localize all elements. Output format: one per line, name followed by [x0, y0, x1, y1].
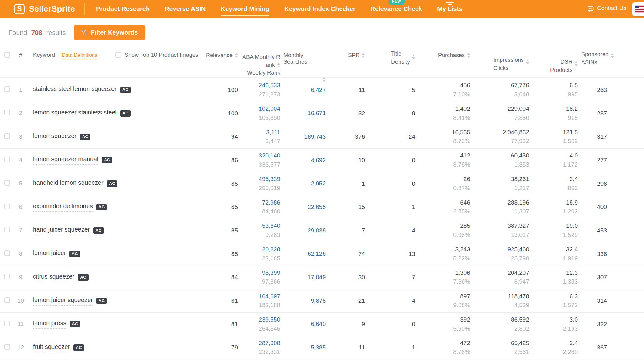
row-checkbox[interactable]: [4, 344, 10, 350]
filter-keywords-button[interactable]: Filter Keywords: [74, 25, 145, 40]
monthly-searches-link[interactable]: 4,692: [311, 156, 326, 165]
row-checkbox[interactable]: [4, 110, 10, 115]
keyword-cell: stainless steel lemon squeezer AC: [28, 85, 203, 94]
monthly-searches-link[interactable]: 189,743: [304, 132, 326, 141]
row-checkbox[interactable]: [4, 250, 10, 256]
aba-monthly-rank-link[interactable]: 95,399: [262, 269, 280, 278]
monthly-searches-link[interactable]: 5,385: [311, 343, 326, 352]
row-checkbox[interactable]: [4, 86, 10, 92]
keyword-link[interactable]: lemon press: [33, 320, 66, 329]
monthly-searches-link[interactable]: 22,655: [308, 203, 326, 212]
sponsored-asins-value: 322: [581, 321, 617, 328]
sort-caret-icon[interactable]: [235, 53, 238, 82]
aba-monthly-rank-link[interactable]: 53,640: [262, 221, 280, 231]
header-relevance[interactable]: Relevance: [203, 47, 241, 82]
aba-monthly-rank-link[interactable]: 495,339: [259, 175, 280, 184]
aba-rank-cell: 102,004 105,690: [241, 104, 283, 122]
nav-item[interactable]: Product Research: [96, 0, 150, 18]
aba-monthly-rank-link[interactable]: 239,550: [259, 315, 280, 324]
monthly-searches-link[interactable]: 17,049: [308, 273, 326, 282]
row-checkbox[interactable]: [4, 321, 10, 326]
select-all-checkbox[interactable]: [4, 52, 10, 58]
keyword-link[interactable]: lemon juicer: [33, 249, 66, 258]
contact-us-link[interactable]: Contact Us: [588, 5, 626, 13]
header-aba-rank[interactable]: ABA Monthly R ank Weekly Rank: [241, 47, 283, 82]
purchases-value: 392: [460, 315, 470, 324]
keyword-link[interactable]: citrus squeezer: [33, 273, 74, 282]
row-checkbox-cell: [0, 180, 14, 187]
sort-caret-icon[interactable]: [611, 53, 614, 82]
keyword-link[interactable]: stainless steel lemon squeezer: [33, 85, 117, 94]
aba-monthly-rank-link[interactable]: 287,308: [259, 339, 280, 348]
keyword-link[interactable]: lemon juicer squeezer: [33, 296, 93, 306]
aba-monthly-rank-link[interactable]: 102,004: [259, 104, 280, 114]
row-number: 11: [14, 321, 28, 327]
monthly-searches-link[interactable]: 62,126: [308, 249, 326, 258]
sort-caret-icon[interactable]: [467, 53, 470, 82]
row-checkbox[interactable]: [4, 157, 10, 162]
contact-us-label: Contact Us: [597, 5, 626, 13]
nav-item[interactable]: Keyword Mining: [221, 0, 269, 18]
show-product-images-toggle: Show Top 10 Product Images: [115, 52, 198, 58]
aba-monthly-rank-link[interactable]: 246,533: [259, 81, 280, 90]
sort-caret-icon[interactable]: [526, 60, 529, 82]
language-selector[interactable]: [632, 2, 644, 16]
header-dsr-products[interactable]: DSR Products: [532, 47, 581, 82]
monthly-searches-link[interactable]: 6,427: [311, 86, 326, 95]
keyword-link[interactable]: lemon squeezer stainless steel: [33, 109, 117, 118]
sort-caret-icon[interactable]: [412, 55, 415, 82]
row-checkbox[interactable]: [4, 297, 10, 303]
row-checkbox[interactable]: [4, 133, 10, 139]
aba-monthly-rank-link[interactable]: 72,986: [262, 198, 280, 207]
aba-weekly-rank-value: 84,460: [262, 207, 280, 216]
purchase-rate-value: 8.76%: [453, 348, 470, 357]
spr-value: 21: [329, 297, 368, 304]
aba-monthly-rank-link[interactable]: 20,228: [262, 245, 280, 254]
keyword-link[interactable]: exprimidor de limones: [33, 203, 93, 212]
purchase-rate-value: 0.98%: [453, 231, 470, 240]
nav-item-label: Keyword Index Checker: [284, 5, 356, 13]
keyword-link[interactable]: fruit squeezer: [33, 343, 70, 352]
keyword-link[interactable]: handheld lemon squeezer: [33, 179, 103, 188]
ac-badge: AC: [73, 344, 84, 351]
nav-item[interactable]: My Lists: [437, 0, 462, 18]
relevance-value: 81: [203, 297, 241, 304]
row-checkbox[interactable]: [4, 274, 10, 279]
monthly-searches-link[interactable]: 16,671: [308, 109, 326, 118]
aba-monthly-rank-link[interactable]: 3,111: [266, 128, 280, 137]
aba-rank-cell: 287,308 232,331: [241, 339, 283, 357]
monthly-searches-link[interactable]: 9,875: [311, 296, 326, 306]
sort-caret-icon[interactable]: [323, 77, 326, 82]
sort-caret-icon[interactable]: [362, 53, 365, 82]
header-purchases[interactable]: Purchases: [418, 47, 473, 82]
aba-monthly-rank-link[interactable]: 164,697: [259, 292, 280, 301]
aba-weekly-rank-value: 271,273: [259, 90, 280, 99]
header-monthly-searches[interactable]: Monthly Searches: [283, 47, 329, 82]
brand-logo[interactable]: S SellerSprite: [14, 4, 75, 14]
monthly-searches-link[interactable]: 29,038: [308, 226, 326, 235]
keyword-link[interactable]: lemon squeezer manual: [33, 156, 98, 165]
ac-badge: AC: [120, 87, 131, 93]
header-spr[interactable]: SPR: [329, 47, 368, 82]
header-impressions-clicks[interactable]: Impressions Clicks: [473, 47, 532, 82]
data-definitions-link[interactable]: Data Definitions: [62, 52, 97, 59]
header-sponsored-asins[interactable]: Sponsored ASINs: [581, 47, 617, 82]
row-checkbox[interactable]: [4, 227, 10, 232]
nav-item[interactable]: NEW Relevance Check: [371, 0, 422, 18]
show-images-checkbox[interactable]: [115, 52, 121, 58]
aba-rank-cell: 164,697 183,188: [241, 292, 283, 310]
aba-monthly-rank-link[interactable]: 320,140: [259, 151, 280, 160]
row-checkbox[interactable]: [4, 204, 10, 209]
nav-item[interactable]: Reverse ASIN: [165, 0, 206, 18]
row-checkbox[interactable]: [4, 180, 10, 186]
keyword-link[interactable]: lemon squeezer: [33, 132, 77, 141]
nav-item[interactable]: Keyword Index Checker: [284, 0, 356, 18]
sort-caret-icon[interactable]: [575, 61, 578, 82]
monthly-searches-link[interactable]: 6,640: [311, 320, 326, 329]
purchases-value: 472: [460, 339, 470, 348]
sort-caret-icon[interactable]: [277, 63, 280, 67]
keyword-link[interactable]: hand juicer squeezer: [33, 226, 90, 235]
monthly-searches-link[interactable]: 2,952: [311, 179, 326, 188]
sponsored-asins-value: 336: [581, 251, 617, 258]
header-title-density[interactable]: Title Density: [368, 47, 418, 82]
